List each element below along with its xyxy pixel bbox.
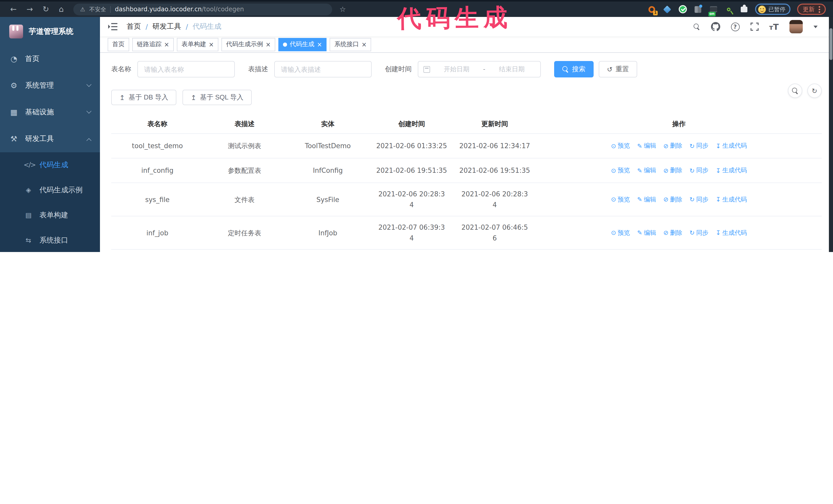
hamburger-icon[interactable]	[108, 23, 117, 30]
toolbox-icon: ⚒	[9, 134, 19, 144]
trash-icon: ⊘	[663, 142, 668, 149]
fullscreen-icon[interactable]	[750, 23, 758, 31]
table-name-input[interactable]	[137, 61, 235, 77]
breadcrumb-item[interactable]: 研发工具	[152, 22, 181, 31]
browser-scrollbar[interactable]	[829, 17, 833, 252]
tab-label: 代码生成	[290, 40, 314, 49]
action-download[interactable]: ↧生成代码	[716, 195, 747, 204]
table-desc-input[interactable]	[274, 61, 372, 77]
edit-icon: ✎	[637, 142, 642, 149]
rabbit-logo-icon	[9, 24, 23, 38]
chevron-down-icon[interactable]	[813, 25, 818, 28]
search-icon[interactable]	[693, 23, 700, 30]
table-name-label: 表名称	[111, 65, 131, 74]
cell-table-name: inf_job	[111, 227, 204, 238]
browser-home-icon[interactable]: ⌂	[59, 5, 64, 13]
breadcrumb-item[interactable]: 首页	[127, 22, 141, 31]
tag-view-tab[interactable]: 代码生成 ×	[278, 38, 327, 51]
extension-orange-icon[interactable]: 1	[647, 5, 656, 14]
browser-update-pill[interactable]: 更新	[797, 4, 826, 15]
sidebar-subitem[interactable]: </> 代码生成	[0, 152, 100, 177]
breadcrumb-item: 代码生成	[193, 22, 221, 31]
action-sync[interactable]: ↻同步	[689, 229, 709, 237]
browser-reload-icon[interactable]: ↻	[43, 5, 49, 13]
browser-back-icon[interactable]: ←	[10, 5, 17, 13]
action-trash[interactable]: ⊘删除	[663, 229, 682, 237]
toggle-search-button[interactable]	[788, 83, 802, 98]
date-range-picker[interactable]: 开始日期 - 结束日期	[418, 61, 541, 77]
close-icon[interactable]: ×	[317, 41, 322, 47]
extension-check-icon[interactable]	[678, 5, 687, 14]
tag-view-tab[interactable]: 系统接口 ×	[330, 38, 372, 51]
sidebar-subitem[interactable]: ◈ 代码生成示例	[0, 177, 100, 202]
sidebar-subitem[interactable]: ⇆ 系统接口	[0, 227, 100, 252]
close-icon[interactable]: ×	[362, 41, 367, 47]
action-edit[interactable]: ✎编辑	[637, 142, 656, 150]
kebab-menu-icon[interactable]	[819, 8, 820, 10]
paused-extension-pill[interactable]: 已暂停	[755, 4, 790, 15]
action-edit[interactable]: ✎编辑	[637, 229, 656, 237]
action-trash[interactable]: ⊘删除	[663, 166, 682, 175]
font-size-icon[interactable]: тT	[769, 22, 779, 31]
extensions-puzzle-icon[interactable]	[740, 5, 748, 14]
import-sql-button[interactable]: ↥ 基于 SQL 导入	[183, 90, 252, 105]
sidebar-item[interactable]: ⚒ 研发工具	[0, 126, 100, 152]
action-edit[interactable]: ✎编辑	[637, 195, 656, 204]
tag-view-tab[interactable]: 首页 ×	[108, 38, 129, 51]
refresh-button[interactable]: ↻	[807, 83, 822, 98]
address-bar[interactable]: ⚠ 不安全 dashboard.yudao.iocoder.cn/tool/co…	[74, 3, 332, 15]
table-toolbar: ↻	[788, 83, 822, 98]
action-edit[interactable]: ✎编辑	[637, 166, 656, 175]
scrollbar-thumb[interactable]	[829, 28, 832, 60]
close-icon[interactable]: ×	[209, 41, 214, 47]
extension-dark-icon[interactable]: on	[709, 5, 718, 14]
range-separator: -	[483, 66, 485, 73]
action-download[interactable]: ↧生成代码	[716, 229, 747, 237]
action-eye[interactable]: ⊙预览	[611, 142, 630, 150]
sidebar-subitem[interactable]: ▤ 表单构建	[0, 202, 100, 227]
sidebar-item[interactable]: ▦ 基础设施	[0, 99, 100, 126]
tag-view-tab[interactable]: 代码生成示例 ×	[221, 38, 275, 51]
cell-actions: ⊙预览✎编辑⊘删除↻同步↧生成代码	[536, 166, 822, 175]
close-icon[interactable]: ×	[164, 41, 169, 47]
search-button[interactable]: 搜索	[554, 61, 594, 77]
action-eye[interactable]: ⊙预览	[611, 195, 630, 204]
action-sync[interactable]: ↻同步	[689, 166, 709, 175]
chevron-icon	[86, 81, 92, 87]
tag-view-tab[interactable]: 链路追踪 ×	[132, 38, 174, 51]
eye-icon: ⊙	[611, 196, 616, 203]
sidebar-item[interactable]: ⚙ 系统管理	[0, 72, 100, 99]
bookmark-star-icon[interactable]: ☆	[340, 5, 346, 13]
breadcrumb-separator: /	[186, 23, 188, 30]
action-sync[interactable]: ↻同步	[689, 142, 709, 150]
help-icon[interactable]: ?	[731, 22, 739, 31]
close-icon[interactable]: ×	[265, 41, 271, 47]
reset-button[interactable]: ↺ 重置	[599, 61, 637, 77]
action-eye[interactable]: ⊙预览	[611, 166, 630, 175]
action-sync[interactable]: ↻同步	[689, 195, 709, 204]
annotation-overlay-text: 代码生成	[397, 2, 512, 35]
action-download[interactable]: ↧生成代码	[716, 142, 747, 150]
cell-table-name: tool_test_demo	[111, 141, 204, 151]
tab-label: 代码生成示例	[226, 40, 263, 49]
column-header: 创建时间	[370, 119, 453, 128]
action-eye[interactable]: ⊙预览	[611, 229, 630, 237]
extension-key-icon[interactable]	[724, 5, 733, 14]
sidebar-item[interactable]: ◔ 首页	[0, 46, 100, 72]
action-download[interactable]: ↧生成代码	[716, 166, 747, 175]
extension-gem-icon[interactable]	[663, 5, 671, 14]
import-db-button[interactable]: ↥ 基于 DB 导入	[111, 90, 176, 105]
app-logo[interactable]: 芋道管理系统	[0, 17, 100, 46]
cell-actions: ⊙预览✎编辑⊘删除↻同步↧生成代码	[536, 229, 822, 237]
action-trash[interactable]: ⊘删除	[663, 195, 682, 204]
browser-forward-icon[interactable]: →	[26, 5, 33, 13]
cell-create-time: 2021-02-07 06:39:3 4	[370, 222, 453, 243]
sidebar-subitem-label: 表单构建	[40, 211, 68, 220]
avatar[interactable]	[789, 20, 803, 33]
extension-columns-icon[interactable]	[694, 5, 702, 14]
sidebar-item-label: 系统管理	[25, 81, 54, 90]
column-header: 操作	[536, 119, 822, 128]
tag-view-tab[interactable]: 表单构建 ×	[177, 38, 218, 51]
github-icon[interactable]	[711, 22, 720, 31]
action-trash[interactable]: ⊘删除	[663, 142, 682, 150]
